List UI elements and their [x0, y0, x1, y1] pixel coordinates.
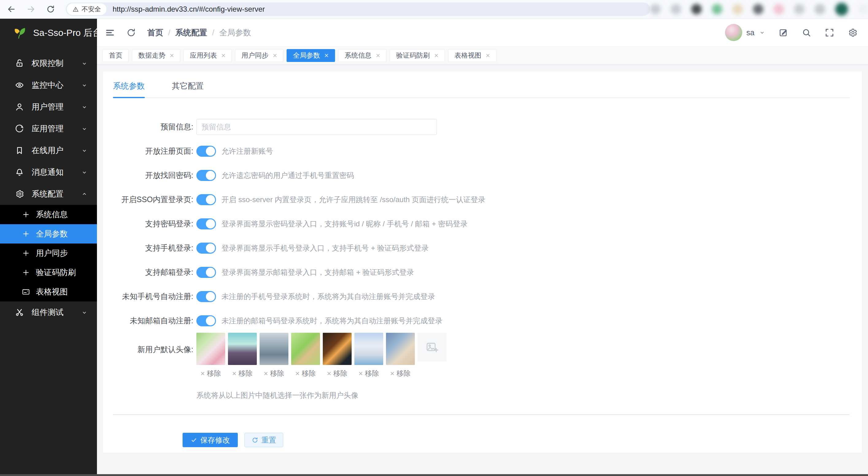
browser-menu-icon[interactable] [858, 4, 868, 14]
browser-reload-icon[interactable] [46, 5, 55, 14]
security-badge[interactable]: 不安全 [67, 3, 106, 15]
chevron-down-icon [81, 60, 88, 67]
sidebar-subitem-label: 表格视图 [36, 286, 68, 297]
app-logo: Sa-Sso-Pro 后台 [0, 19, 97, 47]
bell-icon [15, 167, 24, 177]
toggle-password-recovery[interactable] [196, 170, 216, 181]
user-icon [15, 102, 24, 112]
form-row-password-recovery: 开放找回密码: 允许遗忘密码的用户通过手机号重置密码 [113, 163, 849, 187]
avatar-item: ×移除 [386, 333, 415, 378]
tab-other-config[interactable]: 其它配置 [172, 81, 204, 98]
security-label: 不安全 [82, 5, 101, 13]
close-icon[interactable]: × [376, 52, 380, 59]
form-row-password-login: 支持密码登录: 登录界面将显示密码登录入口，支持账号id / 昵称 / 手机号 … [113, 212, 849, 236]
user-avatar [725, 24, 742, 41]
browser-back-icon[interactable] [7, 5, 16, 14]
reserved-info-input[interactable] [196, 119, 437, 135]
extension-icon[interactable] [650, 4, 660, 14]
check-icon [190, 437, 197, 443]
sidebar-subitem-table-view[interactable]: 表格视图 [0, 282, 97, 302]
avatar-remove-button[interactable]: ×移除 [295, 369, 316, 378]
avatar-remove-button[interactable]: ×移除 [327, 369, 347, 378]
extension-icon[interactable] [671, 4, 681, 14]
close-icon[interactable]: × [434, 52, 438, 59]
reset-button[interactable]: 重置 [245, 433, 283, 447]
sidebar-item-online-users[interactable]: 在线用户 [0, 139, 97, 161]
sidebar-item-monitor[interactable]: 监控中心 [0, 74, 97, 96]
sidebar-item-component-test[interactable]: 组件测试 [0, 302, 97, 323]
avatar-remove-button[interactable]: ×移除 [232, 369, 252, 378]
sidebar-item-notifications[interactable]: 消息通知 [0, 161, 97, 183]
sidebar-subitem-global-params[interactable]: 全局参数 [0, 224, 97, 244]
settings-gear-icon[interactable] [847, 28, 858, 38]
browser-forward-icon[interactable] [26, 5, 36, 14]
add-avatar-button[interactable] [417, 333, 446, 361]
toggle-open-register[interactable] [196, 146, 216, 157]
form-divider [113, 414, 849, 415]
search-icon[interactable] [801, 28, 811, 38]
avatar-thumbnail [228, 333, 257, 365]
close-icon[interactable]: × [170, 52, 174, 59]
tab-app-list[interactable]: 应用列表× [184, 49, 232, 62]
collapse-menu-icon[interactable] [105, 28, 115, 38]
field-label: 支持密码登录: [113, 219, 193, 229]
sidebar-item-permission[interactable]: 权限控制 [0, 53, 97, 74]
top-header: 首页 / 系统配置 / 全局参数 sa [97, 19, 868, 46]
tab-global-params[interactable]: 全局参数× [286, 49, 335, 62]
toggle-phone-login[interactable] [196, 243, 216, 254]
plus-icon [22, 268, 30, 277]
toggle-auto-register-email[interactable] [196, 315, 216, 326]
sidebar-item-users[interactable]: 用户管理 [0, 96, 97, 118]
extension-icon[interactable] [794, 4, 805, 14]
extension-icon[interactable] [712, 4, 722, 14]
close-icon[interactable]: × [221, 52, 225, 59]
remove-x-icon: × [264, 369, 268, 378]
app-icon [15, 124, 24, 133]
sidebar-subitem-system-info[interactable]: 系统信息 [0, 205, 97, 224]
tab-table-view[interactable]: 表格视图× [448, 49, 496, 62]
tab-user-sync[interactable]: 用户同步× [235, 49, 283, 62]
toggle-password-login[interactable] [196, 218, 216, 229]
field-description: 未注册的邮箱号码登录系统时，系统将为其自动注册账号并完成登录 [221, 316, 442, 326]
sidebar-subitem-captcha[interactable]: 验证码防刷 [0, 263, 97, 282]
browser-profile-avatar[interactable] [835, 3, 848, 15]
toggle-sso-login-page[interactable] [196, 194, 216, 205]
extension-icon[interactable] [733, 4, 743, 14]
save-button[interactable]: 保存修改 [183, 433, 238, 447]
address-bar[interactable]: 不安全 http://ssp-admin.dev33.cn/#/config-v… [66, 2, 650, 16]
toggle-auto-register-phone[interactable] [196, 291, 216, 302]
tab-home[interactable]: 首页 [102, 49, 129, 62]
extension-icon[interactable] [815, 4, 825, 14]
tab-data-trend[interactable]: 数据走势× [132, 49, 180, 62]
close-icon[interactable]: × [324, 52, 329, 59]
extension-icon[interactable] [691, 4, 702, 14]
avatar-remove-button[interactable]: ×移除 [264, 369, 284, 378]
sidebar-item-system-config[interactable]: 系统配置 [0, 183, 97, 205]
toggle-email-login[interactable] [196, 267, 216, 278]
chevron-up-icon [81, 191, 88, 197]
gear-icon [15, 189, 24, 199]
tab-captcha[interactable]: 验证码防刷× [390, 49, 445, 62]
tab-system-info[interactable]: 系统信息× [338, 49, 386, 62]
sidebar-item-apps[interactable]: 应用管理 [0, 118, 97, 139]
avatar-thumbnail [386, 333, 415, 365]
tab-system-params[interactable]: 系统参数 [113, 81, 145, 98]
avatar-remove-button[interactable]: ×移除 [200, 369, 221, 378]
close-icon[interactable]: × [273, 52, 277, 59]
breadcrumb-system-config[interactable]: 系统配置 [175, 27, 207, 38]
close-icon[interactable]: × [486, 52, 490, 59]
extension-icon[interactable] [774, 4, 784, 14]
field-label: 开放找回密码: [113, 170, 193, 180]
settings-card: 系统参数 其它配置 预留信息: 开放注册页面: [103, 71, 862, 453]
fullscreen-icon[interactable] [825, 28, 835, 38]
sidebar-subitem-user-sync[interactable]: 用户同步 [0, 244, 97, 263]
breadcrumb-home[interactable]: 首页 [147, 27, 163, 38]
refresh-icon[interactable] [126, 28, 136, 38]
extension-icon[interactable] [753, 4, 763, 14]
avatar-remove-button[interactable]: ×移除 [390, 369, 410, 378]
user-menu[interactable]: sa [725, 24, 766, 41]
avatar-remove-button[interactable]: ×移除 [359, 369, 379, 378]
edit-icon[interactable] [778, 28, 788, 38]
form-row-auto-register-email: 未知邮箱自动注册: 未注册的邮箱号码登录系统时，系统将为其自动注册账号并完成登录 [113, 309, 849, 333]
plus-icon [22, 229, 30, 238]
